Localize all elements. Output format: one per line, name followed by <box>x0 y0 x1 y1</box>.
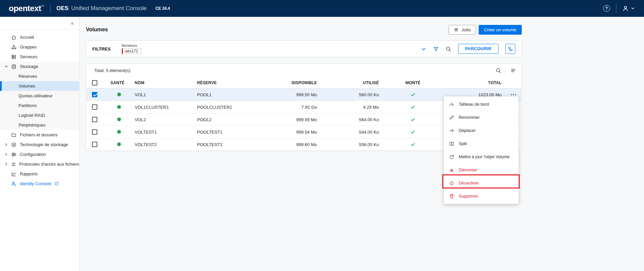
mounted-check-icon <box>410 142 416 147</box>
sidebar-item-reserves[interactable]: Réserves <box>0 71 79 81</box>
sidebar-item-volumes[interactable]: Volumes <box>0 81 79 91</box>
browse-button[interactable]: PARCOURIR <box>458 44 498 54</box>
header-divider <box>616 4 616 13</box>
folder-icon <box>11 132 17 138</box>
sidebar-item-quotas-utilisateur[interactable]: Quotas utilisateur <box>0 91 79 101</box>
eject-icon <box>449 167 455 173</box>
available-value: 7.92 Go <box>266 105 322 110</box>
row-checkbox[interactable] <box>92 142 97 147</box>
menu-item-tableau-de-bord[interactable]: Tableau de bord <box>444 98 518 111</box>
product-name: OES <box>57 5 69 12</box>
transfer-arrows-icon <box>11 162 17 167</box>
sidebar-item-label: Volumes <box>18 83 35 89</box>
row-checkbox[interactable] <box>92 117 97 122</box>
table-search-icon[interactable] <box>495 68 501 73</box>
jobs-list-icon <box>454 27 459 32</box>
column-header-nom[interactable]: NOM <box>132 80 194 85</box>
health-status-icon <box>117 142 121 146</box>
sidebar-item-label: Stockage <box>19 64 38 69</box>
health-status-icon <box>117 117 121 121</box>
search-icon[interactable] <box>446 46 451 52</box>
sidebar-collapse-button[interactable]: « <box>71 20 74 26</box>
column-header-monte[interactable]: MONTÉ <box>384 80 442 85</box>
row-more-icon[interactable]: ⋯ <box>510 93 517 96</box>
sidebar-item-accueil[interactable]: Accueil <box>0 32 79 42</box>
menu-item-supprimer[interactable]: Supprimer <box>444 190 518 203</box>
sidebar-item-stockage[interactable]: Stockage <box>0 62 79 71</box>
sidebar-item-configuration[interactable]: Configuration <box>0 149 79 159</box>
version-badge: CE 24.4 <box>155 6 170 11</box>
cluster-icon <box>11 44 17 50</box>
menu-item-label: Mettre à jour l'objet Volume <box>459 155 510 159</box>
available-value: 999.59 Mo <box>266 117 322 122</box>
menu-item-label: Déplacer <box>459 128 476 133</box>
health-status-icon <box>117 105 121 109</box>
sidebar-item-fichiers-et-dossiers[interactable]: Fichiers et dossiers <box>0 130 79 140</box>
storage-icon <box>11 64 17 69</box>
filters-label: FILTRES <box>92 46 111 52</box>
table-total-count: Total: 5 élément(s) <box>94 68 130 73</box>
sidebar-item-logiciel-raid[interactable]: Logiciel RAID <box>0 110 79 120</box>
menu-item-label: Démonter <box>459 168 477 172</box>
column-header-total[interactable]: TOTAL <box>442 80 507 85</box>
chart-icon <box>11 171 17 177</box>
available-value: 999.50 Mo <box>266 92 322 97</box>
menu-item-desactiver[interactable]: Désactiver <box>444 176 518 190</box>
help-icon[interactable]: ? <box>603 5 610 12</box>
funnel-filter-icon[interactable] <box>433 46 439 52</box>
layers-icon <box>11 142 17 147</box>
table-header-row: SANTÉ NOM RÉSERVE DISPONIBLE UTILISÉ MON… <box>86 77 521 89</box>
column-header-disponible[interactable]: DISPONIBLE <box>266 80 322 85</box>
row-checkbox[interactable] <box>92 104 97 110</box>
sidebar-item-rapports[interactable]: Rapports <box>0 169 79 179</box>
column-header-reserve[interactable]: RÉSERVE <box>194 80 266 85</box>
sidebar-item-technologie-de-stockage[interactable]: Technologie de stockage <box>0 140 79 149</box>
tree-view-button[interactable] <box>505 44 515 54</box>
refresh-icon <box>449 154 455 160</box>
server-icon <box>11 54 17 60</box>
row-context-menu: Tableau de bord Renommer Déplacer Split … <box>444 96 519 204</box>
filter-bar: FILTRES Serveurs oes171 PARCOURIR <box>86 40 522 57</box>
menu-item-renommer[interactable]: Renommer <box>444 111 518 124</box>
create-volume-button[interactable]: Créer un volume <box>479 25 522 35</box>
main-content: Volumes Jobs Créer un volume FILTRES Ser… <box>80 17 644 271</box>
select-all-checkbox[interactable] <box>92 80 97 86</box>
jobs-button[interactable]: Jobs <box>449 25 476 35</box>
filter-chip-oes171[interactable]: oes171 <box>122 48 141 54</box>
chevron-down-icon <box>631 6 635 11</box>
sidebar-item-peripheriques[interactable]: Périphériques <box>0 120 79 130</box>
row-checkbox[interactable] <box>92 129 97 135</box>
menu-item-deplacer[interactable]: Déplacer <box>444 124 518 137</box>
menu-item-mettre-a-jour[interactable]: Mettre à jour l'objet Volume <box>444 150 518 163</box>
menu-item-label: Renommer <box>459 115 480 120</box>
toolbar-divider <box>506 67 506 74</box>
menu-item-demonter[interactable]: Démonter <box>444 163 518 176</box>
filter-collapse-chevron-icon[interactable] <box>421 46 426 52</box>
home-icon <box>11 35 17 40</box>
sidebar-item-grappes[interactable]: Grappes <box>0 42 79 52</box>
external-link-icon <box>55 181 59 186</box>
page-title: Volumes <box>86 27 108 33</box>
sidebar-item-label: Quotas utilisateur <box>18 93 53 98</box>
sidebar-item-label: Protocoles d'accès aux fichiers <box>19 162 79 167</box>
available-value: 999.60 Mo <box>266 142 322 147</box>
sidebar-item-partitions[interactable]: Partitions <box>0 101 79 110</box>
table-view-options-icon[interactable] <box>510 68 516 73</box>
sliders-icon <box>11 152 17 157</box>
menu-item-split[interactable]: Split <box>444 137 518 150</box>
menu-item-label: Split <box>459 141 467 146</box>
sidebar-item-identity-console[interactable]: Identity Console <box>0 179 79 189</box>
logo-text: opentext <box>9 4 41 13</box>
mounted-check-icon <box>410 92 416 97</box>
chevron-right-icon <box>4 152 9 157</box>
row-checkbox[interactable] <box>92 92 97 97</box>
split-icon <box>449 141 455 146</box>
available-value: 999.54 Mo <box>266 130 322 135</box>
sidebar-item-protocoles[interactable]: Protocoles d'accès aux fichiers <box>0 159 79 169</box>
user-menu[interactable] <box>622 5 635 11</box>
column-header-sante[interactable]: SANTÉ <box>108 80 132 85</box>
column-header-utilise[interactable]: UTILISÉ <box>322 80 384 85</box>
pool-name: POOLCLUSTER1 <box>194 105 266 110</box>
sidebar-item-serveurs[interactable]: Serveurs <box>0 52 79 62</box>
sidebar-item-label: Réserves <box>18 74 37 79</box>
